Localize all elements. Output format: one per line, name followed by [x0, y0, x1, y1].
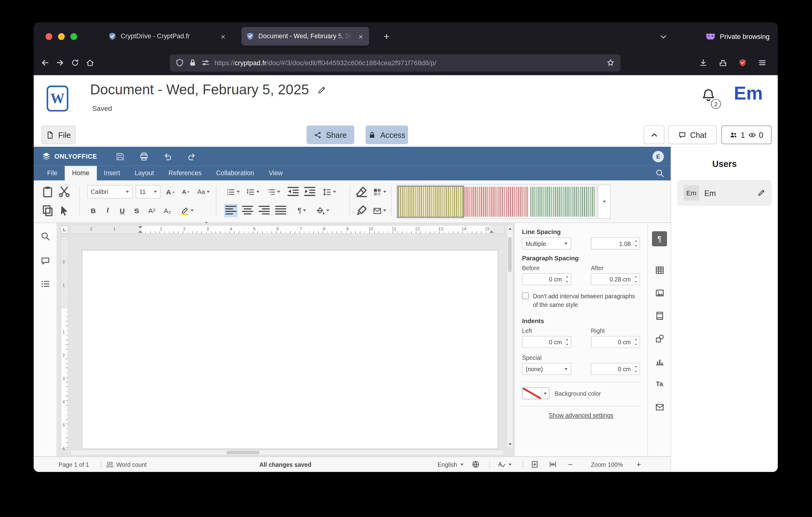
nonprinting-characters-button[interactable]: ¶ — [292, 204, 311, 217]
zoom-out-button[interactable]: − — [568, 457, 577, 472]
underline-button[interactable]: U — [116, 204, 128, 217]
copy-button[interactable] — [41, 204, 54, 217]
rename-pencil-icon[interactable] — [317, 85, 326, 94]
reload-button[interactable] — [71, 58, 79, 67]
cut-button[interactable] — [58, 185, 71, 198]
hanging-indent-marker[interactable] — [138, 230, 143, 233]
undo-button[interactable] — [163, 152, 172, 161]
horizontal-scrollbar[interactable] — [70, 450, 504, 456]
vertical-scrollbar[interactable] — [506, 225, 513, 448]
numbering-button[interactable] — [244, 185, 262, 198]
extensions-button[interactable] — [716, 58, 730, 67]
menu-file[interactable]: File — [40, 166, 65, 181]
align-left-button[interactable] — [224, 204, 238, 217]
special-indent-spinner[interactable]: 0 cm — [591, 363, 640, 375]
no-interval-checkbox[interactable] — [522, 293, 529, 299]
spell-check-button[interactable] — [498, 457, 512, 472]
italic-button[interactable]: I — [102, 204, 114, 217]
redo-button[interactable] — [187, 152, 196, 161]
spacing-before-spinner[interactable]: 0 cm — [522, 273, 571, 285]
spinner-arrows[interactable] — [633, 275, 639, 283]
menu-collaboration[interactable]: Collaboration — [209, 166, 262, 181]
change-case-button[interactable]: Aa — [195, 185, 212, 198]
collapse-toolbar-button[interactable] — [644, 126, 665, 144]
clear-style-button[interactable] — [355, 185, 368, 198]
subscript-button[interactable]: A₂ — [161, 204, 174, 217]
mail-merge-tab[interactable] — [652, 399, 667, 414]
list-all-tabs-button[interactable] — [657, 30, 670, 44]
shading-button[interactable] — [313, 204, 332, 217]
line-spacing-spinner[interactable]: 1.08 — [591, 237, 640, 249]
comments-button[interactable] — [40, 256, 50, 266]
color-scheme-button[interactable] — [370, 185, 389, 198]
menu-insert[interactable]: Insert — [97, 166, 127, 181]
chat-button[interactable]: Chat — [668, 126, 717, 144]
bookmark-star-icon[interactable] — [606, 58, 615, 67]
minimize-window-button[interactable] — [58, 33, 65, 40]
image-settings-tab[interactable] — [652, 285, 667, 300]
fullscreen-window-button[interactable] — [70, 33, 77, 40]
file-button[interactable]: File — [41, 126, 76, 144]
menu-home[interactable]: Home — [65, 166, 97, 181]
fit-width-button[interactable] — [549, 457, 556, 472]
font-name-select[interactable]: Calibri — [87, 185, 133, 198]
share-button[interactable]: Share — [307, 126, 354, 144]
bullets-button[interactable] — [224, 185, 242, 198]
styles-gallery-expand-button[interactable] — [598, 185, 610, 219]
notifications-button[interactable]: 2 — [701, 88, 718, 108]
copy-style-button[interactable] — [355, 204, 368, 217]
table-settings-tab[interactable] — [652, 263, 667, 277]
spinner-arrows[interactable] — [633, 239, 639, 248]
style-swatch[interactable] — [398, 187, 463, 217]
search-icon[interactable] — [655, 168, 664, 178]
decrease-indent-button[interactable] — [286, 185, 300, 198]
style-swatch[interactable] — [530, 187, 595, 217]
zoom-in-button[interactable]: + — [636, 457, 645, 472]
word-count-button[interactable]: 123 Word count — [106, 457, 147, 472]
vertical-scroll-thumb[interactable] — [508, 237, 512, 272]
hamburger-menu-button[interactable] — [755, 58, 770, 67]
navigation-headings-button[interactable] — [40, 279, 50, 289]
styles-gallery[interactable] — [396, 185, 597, 219]
spinner-arrows[interactable] — [633, 365, 639, 374]
multilevel-list-button[interactable] — [264, 185, 283, 198]
downloads-button[interactable] — [696, 58, 710, 67]
indent-left-spinner[interactable]: 0 cm — [522, 336, 571, 348]
scroll-down-arrow[interactable] — [509, 443, 512, 446]
spinner-arrows[interactable] — [564, 338, 570, 347]
text-art-settings-tab[interactable]: Ta — [652, 376, 667, 391]
increase-indent-button[interactable] — [303, 185, 316, 198]
user-list-button[interactable]: 1 0 — [721, 126, 772, 144]
tab-stop-selector[interactable]: L — [61, 225, 68, 233]
style-swatch[interactable] — [464, 187, 529, 217]
paste-button[interactable] — [41, 185, 54, 198]
menu-layout[interactable]: Layout — [127, 166, 161, 181]
close-tab-icon[interactable]: × — [357, 32, 365, 41]
fit-page-button[interactable] — [531, 457, 539, 472]
url-bar[interactable]: https://cryptpad.fr/doc/#/3/doc/edit/ff0… — [170, 54, 620, 71]
background-color-button[interactable] — [522, 387, 550, 399]
tab-document[interactable]: Document - Wed, February 5, 2025 × — [241, 27, 369, 46]
justify-button[interactable] — [274, 204, 287, 217]
user-avatar[interactable]: Em — [734, 82, 763, 104]
align-right-button[interactable] — [257, 204, 271, 217]
bold-button[interactable]: B — [87, 204, 99, 217]
close-tab-icon[interactable]: × — [219, 32, 227, 41]
chart-settings-tab[interactable] — [652, 354, 667, 369]
print-button[interactable] — [139, 152, 148, 161]
find-button[interactable] — [40, 231, 50, 241]
save-button[interactable] — [115, 152, 124, 161]
align-center-button[interactable] — [241, 204, 254, 217]
paragraph-settings-tab[interactable]: ¶ — [652, 231, 667, 246]
forward-button[interactable] — [56, 58, 64, 67]
right-indent-marker[interactable] — [490, 230, 494, 233]
decrease-font-button[interactable]: A — [179, 185, 193, 198]
show-advanced-settings-link[interactable]: Show advanced settings — [522, 413, 640, 419]
editor-user-avatar[interactable]: E — [652, 151, 664, 162]
mail-merge-button[interactable] — [370, 204, 389, 217]
line-spacing-select[interactable]: Multiple — [522, 237, 571, 249]
spinner-arrows[interactable] — [564, 275, 570, 283]
background-color-dropdown[interactable] — [541, 388, 549, 399]
access-button[interactable]: Access — [366, 126, 408, 144]
horizontal-scroll-thumb[interactable] — [226, 451, 259, 454]
